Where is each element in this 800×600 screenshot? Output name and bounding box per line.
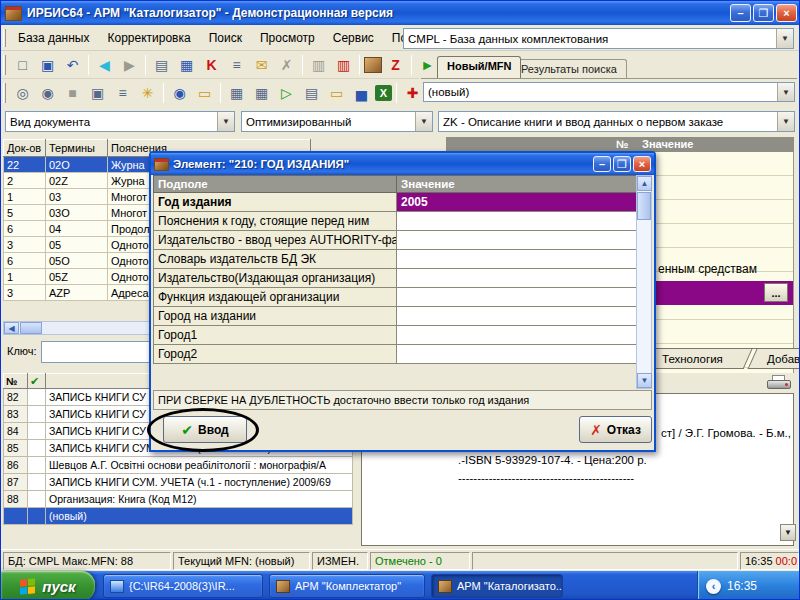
subfield-value[interactable] [397, 307, 638, 326]
subfield-value[interactable] [397, 250, 638, 269]
ellipsis-button[interactable]: ... [764, 283, 788, 302]
doc-view-combo[interactable]: Вид документа ▼ [5, 111, 235, 132]
stamp-icon[interactable]: ✉ [250, 54, 273, 76]
tree-icon[interactable]: ≡ [225, 54, 248, 76]
tree-search-icon[interactable]: ≡ [111, 82, 134, 104]
check-icon[interactable]: ✔ [28, 374, 46, 389]
subfield-value[interactable] [397, 212, 638, 231]
terms-cell[interactable]: 1 [4, 189, 46, 205]
subfield-row[interactable]: Город на издании [154, 307, 638, 326]
terms-cell[interactable]: 6 [4, 221, 46, 237]
new-record-icon[interactable]: □ [11, 54, 34, 76]
record-row[interactable]: 87ЗАПИСЬ КНИГИ СУМ. УЧЕТА (ч.1 - поступл… [4, 474, 353, 491]
chevron-down-icon[interactable]: ▼ [776, 29, 793, 48]
terms-col-count[interactable]: Док-ов [4, 140, 46, 157]
tools-icon[interactable]: ✚ [401, 82, 424, 104]
terms-cell[interactable]: 05O [46, 253, 108, 269]
record-row-dropdown-icon[interactable]: ▼ [780, 524, 796, 541]
records-col-number[interactable]: № [4, 374, 28, 389]
terms-cell[interactable]: 03O [46, 205, 108, 221]
menu-item-4[interactable]: Сервис [324, 31, 383, 45]
dialog-close-button[interactable]: × [633, 156, 651, 172]
scroll-left-icon[interactable]: ◀ [4, 322, 19, 334]
irbis-logo-icon[interactable] [364, 57, 382, 73]
subfield-row[interactable]: Город1 [154, 326, 638, 345]
copy-icon[interactable]: ▤ [300, 82, 323, 104]
tab-new-mfn[interactable]: Новый/MFN [437, 56, 521, 78]
subfield-value[interactable]: 2005 [397, 193, 638, 212]
subfield-row[interactable]: Год издания2005 [154, 193, 638, 212]
export-doc-icon[interactable]: ▷ [275, 82, 298, 104]
terms-cell[interactable]: 22 [4, 157, 46, 173]
view-search-icon[interactable]: ◎ [11, 82, 34, 104]
scroll-up-icon[interactable]: ▲ [637, 176, 652, 191]
terms-cell[interactable]: 3 [4, 237, 46, 253]
maximize-button[interactable]: ❐ [753, 4, 774, 22]
record-title[interactable]: (новый) [46, 508, 353, 525]
folder-icon[interactable]: ▭ [193, 82, 216, 104]
print-dict-icon[interactable]: K [200, 54, 223, 76]
terms-cell[interactable]: 5 [4, 205, 46, 221]
terms-cell[interactable]: 1 [4, 269, 46, 285]
record-row[interactable]: 86Шевцов А.Г. Освітні основи реабілітоло… [4, 457, 353, 474]
box-icon[interactable]: ■ [61, 82, 84, 104]
dialog-maximize-button[interactable]: ❐ [613, 156, 631, 172]
delete-icon[interactable]: ✗ [275, 54, 298, 76]
chevron-down-icon[interactable]: ▼ [777, 83, 794, 101]
tab-additional[interactable]: Добавочные [748, 349, 800, 369]
terms-cell[interactable]: 02Z [46, 173, 108, 189]
chevron-down-icon[interactable]: ▼ [415, 112, 432, 131]
print-preview-icon[interactable] [767, 375, 791, 392]
print-copy-icon[interactable]: ▦ [250, 82, 273, 104]
record-checkbox[interactable] [28, 406, 46, 423]
scroll-thumb[interactable] [637, 192, 651, 220]
cancel-button[interactable]: ✗ Отказ [579, 416, 652, 443]
menu-item-3[interactable]: Просмотр [251, 31, 324, 45]
copy-record-icon[interactable]: ▤ [150, 54, 173, 76]
folder-up-icon[interactable]: ▭ [325, 82, 348, 104]
menu-item-1[interactable]: Корректировка [98, 31, 199, 45]
subfield-row[interactable]: Словарь издательств БД ЭК [154, 250, 638, 269]
start-button[interactable]: пуск [1, 571, 95, 600]
dialog-minimize-button[interactable]: – [593, 156, 611, 172]
minimize-button[interactable]: – [730, 4, 751, 22]
excel-icon[interactable]: X [375, 85, 392, 101]
record-checkbox[interactable] [28, 423, 46, 440]
subfield-row[interactable]: Пояснения к году, стоящие перед ним [154, 212, 638, 231]
record-checkbox[interactable] [28, 491, 46, 508]
book-gray-icon[interactable]: ▥ [307, 54, 330, 76]
terms-cell[interactable]: 02O [46, 157, 108, 173]
tray-chevron-icon[interactable]: ‹ [706, 579, 721, 594]
menu-item-2[interactable]: Поиск [200, 31, 251, 45]
terms-cell[interactable]: 03 [46, 189, 108, 205]
back-icon[interactable]: ◀ [93, 54, 116, 76]
terms-col-term[interactable]: Термины [46, 140, 108, 157]
view-eye-icon[interactable]: ◉ [168, 82, 191, 104]
database-combo[interactable]: CMPL - База данных комплектования ▼ [403, 28, 794, 49]
terms-cell[interactable]: 05Z [46, 269, 108, 285]
toolbar-grip[interactable] [3, 83, 6, 103]
chart-icon[interactable]: ▅ [350, 82, 373, 104]
db-view-icon[interactable]: ▦ [175, 54, 198, 76]
scroll-thumb[interactable] [20, 322, 42, 334]
taskbar-item-katalogizator[interactable]: АРМ "Каталогизато... [431, 574, 563, 598]
subfield-value[interactable] [397, 288, 638, 307]
terms-cell[interactable]: AZP [46, 285, 108, 301]
subfield-row[interactable]: Функция издающей организации [154, 288, 638, 307]
broom-icon[interactable]: ✳ [136, 82, 159, 104]
dialog-vscrollbar[interactable]: ▲ ▼ [636, 175, 652, 389]
close-button[interactable]: × [776, 4, 797, 22]
forward-icon[interactable]: ▶ [118, 54, 141, 76]
menu-item-0[interactable]: База данных [9, 31, 98, 45]
search-icon[interactable]: ◉ [36, 82, 59, 104]
enter-button[interactable]: ✔ Ввод [163, 416, 247, 443]
tab-search-results[interactable]: Результаты поиска [511, 59, 627, 78]
record-checkbox[interactable] [28, 474, 46, 491]
subfield-value[interactable] [397, 326, 638, 345]
worksheet-combo[interactable]: ZK - Описание книги и ввод данных о перв… [438, 111, 795, 132]
record-checkbox[interactable] [28, 440, 46, 457]
record-title[interactable]: Шевцов А.Г. Освітні основи реабілітологі… [46, 457, 353, 474]
book-icon[interactable]: ▥ [332, 54, 355, 76]
record-title[interactable]: Организация: Книга (Код М12) [46, 491, 353, 508]
chevron-down-icon[interactable]: ▼ [217, 112, 234, 131]
